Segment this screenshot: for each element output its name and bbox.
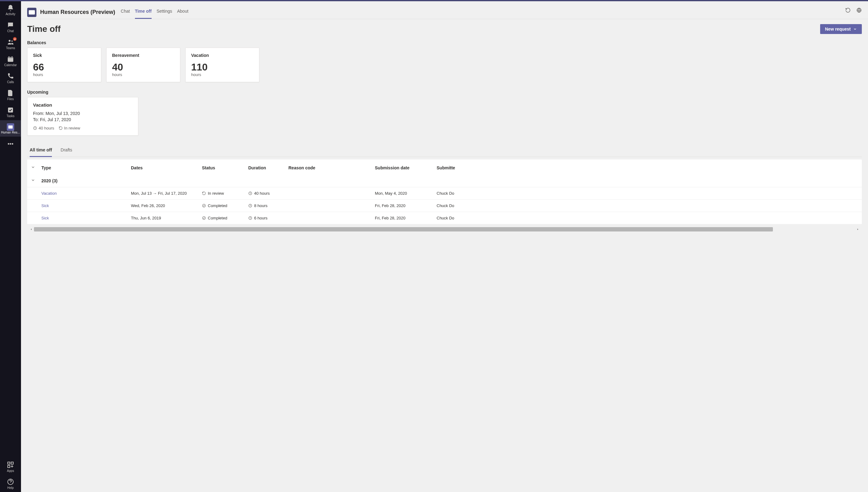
sidebar-item-help[interactable]: Help <box>0 475 21 492</box>
group-label: 2020 (3) <box>42 178 131 183</box>
content-area: Time off New request Balances Sick 66 ho… <box>21 19 868 492</box>
column-reason-code[interactable]: Reason code <box>288 165 375 170</box>
sidebar-item-tasks[interactable]: Tasks <box>0 103 21 120</box>
balance-type: Sick <box>33 53 96 58</box>
notification-badge: @ <box>13 37 17 41</box>
main-area: Human Resources (Preview) Chat Time off … <box>21 1 868 492</box>
sidebar-item-chat[interactable]: Chat <box>0 18 21 35</box>
sidebar-item-files[interactable]: Files <box>0 86 21 103</box>
scroll-thumb[interactable] <box>34 227 773 231</box>
app-title: Human Resources (Preview) <box>40 9 115 16</box>
upcoming-status-text: In review <box>64 126 80 130</box>
svg-point-1 <box>11 41 12 42</box>
row-submitter: Chuck Do <box>437 191 474 196</box>
balance-card-sick[interactable]: Sick 66 hours <box>27 48 101 82</box>
row-status: Completed <box>202 203 248 208</box>
page-title: Time off <box>27 24 60 34</box>
table-row[interactable]: VacationMon, Jul 13 → Fri, Jul 17, 2020I… <box>27 187 862 199</box>
upcoming-to: To: Fri, Jul 17, 2020 <box>33 117 132 123</box>
upcoming-card-title: Vacation <box>33 102 132 107</box>
collapse-all-icon[interactable] <box>27 165 42 170</box>
svg-rect-3 <box>8 57 13 58</box>
sidebar-label: Chat <box>7 29 14 33</box>
sidebar-label: Activity <box>5 13 16 16</box>
scroll-left-icon[interactable] <box>30 228 33 231</box>
svg-rect-7 <box>11 462 13 464</box>
balances-title: Balances <box>27 40 862 45</box>
balance-type: Vacation <box>191 53 254 58</box>
sidebar-item-teams[interactable]: @ Teams <box>0 35 21 52</box>
balance-cards: Sick 66 hours Bereavement 40 hours Vacat… <box>27 48 862 82</box>
svg-rect-4 <box>8 107 13 113</box>
clock-icon <box>33 126 37 130</box>
header-tabs: Chat Time off Settings About <box>121 5 188 19</box>
app-sidebar: Activity Chat @ Teams Calendar Calls Fil… <box>0 1 21 492</box>
sidebar-item-calendar[interactable]: Calendar <box>0 52 21 69</box>
balance-unit: hours <box>191 72 254 77</box>
row-status: In review <box>202 191 248 196</box>
row-type-link[interactable]: Vacation <box>42 191 131 196</box>
group-row-2020[interactable]: 2020 (3) <box>27 174 862 187</box>
refresh-icon[interactable] <box>845 7 851 13</box>
sidebar-label: Help <box>7 486 14 490</box>
tasks-icon <box>7 106 14 114</box>
balance-type: Bereavement <box>112 53 175 58</box>
upcoming-card[interactable]: Vacation From: Mon, Jul 13, 2020 To: Fri… <box>27 97 138 136</box>
bell-icon <box>7 4 14 12</box>
upcoming-status: In review <box>59 126 80 130</box>
svg-point-13 <box>203 204 206 207</box>
chat-icon <box>7 21 14 29</box>
column-submission-date[interactable]: Submission date <box>375 165 437 170</box>
row-status: Completed <box>202 216 248 220</box>
sub-tab-drafts[interactable]: Drafts <box>60 144 72 157</box>
page-header: Time off New request <box>27 24 862 34</box>
new-request-button[interactable]: New request <box>820 24 862 34</box>
sidebar-item-calls[interactable]: Calls <box>0 69 21 86</box>
table-row[interactable]: SickThu, Jun 6, 2019Completed6 hoursFri,… <box>27 212 862 224</box>
group-chevron-icon[interactable] <box>27 178 42 183</box>
row-type-link[interactable]: Sick <box>42 216 131 220</box>
tab-time-off[interactable]: Time off <box>135 5 152 19</box>
scroll-track[interactable] <box>34 227 855 231</box>
sidebar-more[interactable]: ••• <box>0 137 21 152</box>
sub-tab-all-time-off[interactable]: All time off <box>30 144 52 157</box>
horizontal-scrollbar[interactable] <box>27 226 862 233</box>
column-duration[interactable]: Duration <box>248 165 288 170</box>
row-submission: Mon, May 4, 2020 <box>375 191 437 196</box>
scroll-right-icon[interactable] <box>856 228 859 231</box>
upcoming-meta: 40 hours In review <box>33 126 132 130</box>
hr-app-icon <box>7 123 14 131</box>
column-type[interactable]: Type <box>42 165 131 170</box>
row-dates: Mon, Jul 13 → Fri, Jul 17, 2020 <box>131 191 202 196</box>
globe-icon[interactable] <box>856 7 862 13</box>
new-request-label: New request <box>825 27 851 31</box>
upcoming-from: From: Mon, Jul 13, 2020 <box>33 110 132 117</box>
sidebar-item-apps[interactable]: Apps <box>0 458 21 475</box>
column-status[interactable]: Status <box>202 165 248 170</box>
svg-rect-5 <box>8 125 12 128</box>
row-duration: 8 hours <box>248 203 288 208</box>
sidebar-item-human-resources[interactable]: Human Res... <box>0 120 21 137</box>
tab-about[interactable]: About <box>177 5 188 19</box>
balance-card-bereavement[interactable]: Bereavement 40 hours <box>106 48 180 82</box>
row-dates: Thu, Jun 6, 2019 <box>131 216 202 220</box>
row-submission: Fri, Feb 28, 2020 <box>375 203 437 208</box>
sidebar-label: Teams <box>6 46 15 50</box>
row-type-link[interactable]: Sick <box>42 203 131 208</box>
app-header: Human Resources (Preview) Chat Time off … <box>21 1 868 19</box>
tab-settings[interactable]: Settings <box>157 5 172 19</box>
upcoming-hours: 40 hours <box>33 126 54 130</box>
app-icon <box>27 8 36 17</box>
apps-icon <box>7 461 14 468</box>
svg-rect-8 <box>8 465 10 468</box>
balance-unit: hours <box>33 72 96 77</box>
table-row[interactable]: SickWed, Feb 26, 2020Completed8 hoursFri… <box>27 199 862 212</box>
balance-value: 110 <box>191 62 254 73</box>
time-off-table: Type Dates Status Duration Reason code S… <box>27 159 862 224</box>
tab-chat[interactable]: Chat <box>121 5 130 19</box>
column-submitter[interactable]: Submitte <box>437 165 474 170</box>
sidebar-item-activity[interactable]: Activity <box>0 1 21 18</box>
phone-icon <box>7 72 14 80</box>
column-dates[interactable]: Dates <box>131 165 202 170</box>
balance-card-vacation[interactable]: Vacation 110 hours <box>185 48 259 82</box>
